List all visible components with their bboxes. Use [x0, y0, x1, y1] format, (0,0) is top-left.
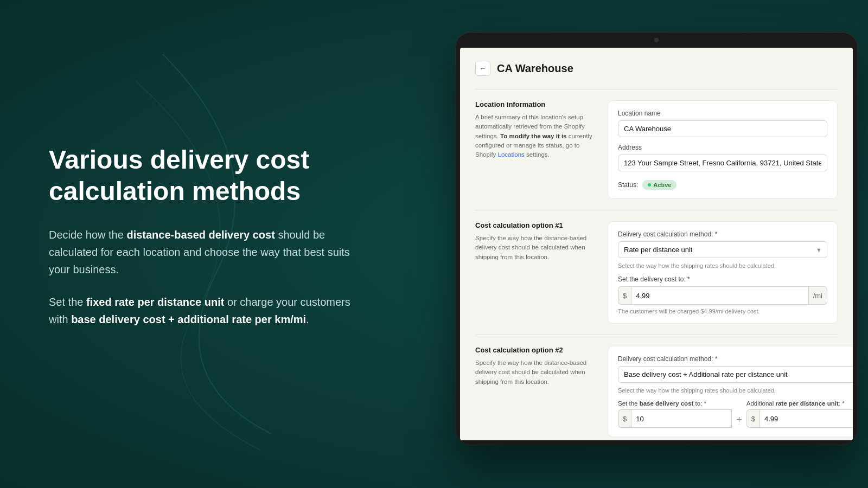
status-row: Status: Active: [618, 180, 827, 190]
app-screen[interactable]: ← CA Warehouse Location information A br…: [460, 48, 853, 440]
option1-method-select[interactable]: Rate per distance unit Base delivery cos…: [618, 241, 827, 258]
left-panel: Various delivery cost calculation method…: [49, 144, 353, 343]
option1-card: Delivery cost calculation method: * Rate…: [608, 221, 838, 324]
option2-description: Specify the way how the distance-based d…: [475, 358, 595, 387]
dual-cost-row: Set the base delivery cost to: * $ + Add…: [618, 400, 853, 428]
bold-text-2: fixed rate per distance unit: [86, 297, 225, 309]
device-camera: [654, 38, 659, 42]
location-info-card: Location name Address Status: Active: [608, 100, 838, 199]
option1-method-label: Delivery cost calculation method: *: [618, 230, 827, 238]
option2-select-wrapper: Rate per distance unit Base delivery cos…: [618, 366, 853, 383]
option1-cost-hint: The customers will be charged $4.99/mi d…: [618, 308, 827, 314]
main-heading: Various delivery cost calculation method…: [49, 144, 353, 207]
option1-cost-input[interactable]: [631, 286, 808, 305]
option1-section: Cost calculation option #1 Specify the w…: [475, 210, 838, 335]
additional-cost-input[interactable]: [760, 409, 853, 428]
option1-cost-label: Set the delivery cost to: *: [618, 275, 827, 283]
option2-method-hint: Select the way how the shipping rates sh…: [618, 387, 853, 394]
locations-link[interactable]: Locations: [498, 151, 525, 158]
location-name-label: Location name: [618, 110, 827, 117]
option1-heading: Cost calculation option #1: [475, 221, 595, 229]
base-cost-input[interactable]: [631, 409, 732, 428]
additional-cost-input-group: $ /mi: [746, 409, 853, 428]
option2-card: Delivery cost calculation method: * Rate…: [608, 346, 853, 437]
option1-select-wrapper: Rate per distance unit Base delivery cos…: [618, 241, 827, 258]
option2-section-left: Cost calculation option #2 Specify the w…: [475, 346, 595, 437]
address-label: Address: [618, 144, 827, 151]
device-wrapper: ← CA Warehouse Location information A br…: [445, 33, 868, 455]
additional-cost-prefix: $: [746, 409, 760, 428]
base-cost-label: Set the base delivery cost to: *: [618, 400, 732, 407]
device-frame: ← CA Warehouse Location information A br…: [456, 33, 857, 445]
status-label: Status:: [618, 181, 638, 189]
paragraph-1: Decide how the distance-based delivery c…: [49, 227, 353, 279]
option1-section-left: Cost calculation option #1 Specify the w…: [475, 221, 595, 324]
additional-cost-group: Additional rate per distance unit: * $ /…: [746, 400, 853, 428]
option1-description: Specify the way how the distance-based d…: [475, 234, 595, 262]
option2-method-select[interactable]: Rate per distance unit Base delivery cos…: [618, 366, 853, 383]
option2-heading: Cost calculation option #2: [475, 346, 595, 354]
base-cost-input-group: $: [618, 409, 732, 428]
bold-text-3: base delivery cost + additional rate per…: [71, 314, 306, 326]
status-dot: [648, 183, 651, 187]
location-section: Location information A brief summary of …: [475, 89, 838, 210]
location-section-heading: Location information: [475, 100, 595, 108]
option1-method-hint: Select the way how the shipping rates sh…: [618, 262, 827, 269]
back-button[interactable]: ←: [475, 61, 490, 76]
additional-cost-label: Additional rate per distance unit: *: [746, 400, 853, 407]
status-text: Active: [653, 182, 671, 188]
paragraph-2: Set the fixed rate per distance unit or …: [49, 294, 353, 329]
address-input[interactable]: [618, 155, 827, 171]
base-cost-prefix: $: [618, 409, 631, 428]
option1-cost-row: $ /mi: [618, 286, 827, 305]
option2-method-label: Delivery cost calculation method: *: [618, 355, 853, 363]
option1-cost-suffix: /mi: [809, 286, 827, 305]
location-section-left: Location information A brief summary of …: [475, 100, 595, 199]
page-title: CA Warehouse: [497, 62, 573, 75]
plus-sign: +: [736, 414, 742, 428]
option2-section: Cost calculation option #2 Specify the w…: [475, 335, 838, 440]
option1-cost-prefix: $: [618, 286, 631, 305]
status-badge: Active: [642, 180, 676, 190]
page-header: ← CA Warehouse: [475, 61, 838, 76]
location-section-description: A brief summary of this location's setup…: [475, 113, 595, 159]
device-topbar: [456, 33, 857, 48]
base-cost-group: Set the base delivery cost to: * $: [618, 400, 732, 428]
location-name-input[interactable]: [618, 120, 827, 137]
bold-text-1: distance-based delivery cost: [126, 229, 275, 241]
